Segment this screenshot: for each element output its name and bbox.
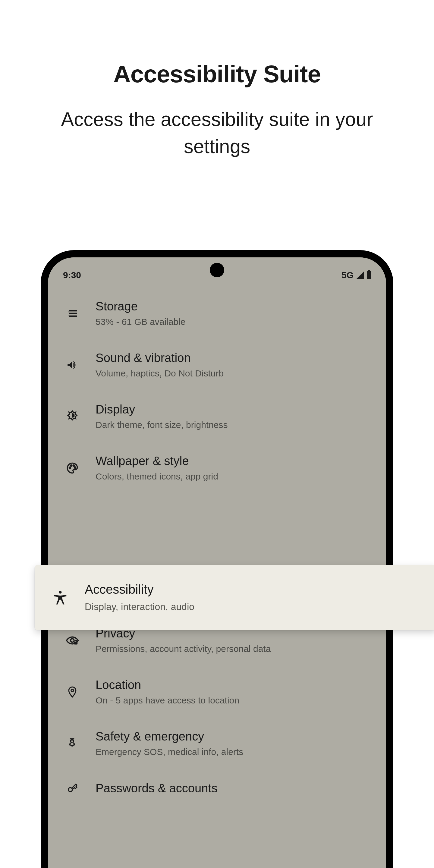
phone-frame: 9:30 5G Storage 53% - 61 GB available <box>41 250 393 868</box>
svg-rect-3 <box>68 310 69 311</box>
settings-item-passwords[interactable]: Passwords & accounts <box>48 769 386 796</box>
safety-icon <box>65 736 80 751</box>
settings-item-sub: Permissions, account activity, personal … <box>96 643 371 655</box>
settings-item-title: Sound & vibration <box>96 350 371 365</box>
accessibility-icon <box>52 589 69 607</box>
sound-icon <box>65 358 80 373</box>
svg-point-16 <box>68 787 72 792</box>
svg-rect-14 <box>74 641 78 644</box>
settings-item-sub: On - 5 apps have access to location <box>96 694 371 706</box>
settings-item-title: Wallpaper & style <box>96 454 371 468</box>
svg-point-15 <box>71 689 73 691</box>
settings-item-sub: 53% - 61 GB available <box>96 316 371 328</box>
key-icon <box>65 781 80 796</box>
phone-screen: 9:30 5G Storage 53% - 61 GB available <box>48 257 386 868</box>
svg-point-8 <box>70 465 72 466</box>
settings-item-title: Safety & emergency <box>96 729 371 744</box>
display-icon <box>65 409 80 424</box>
battery-icon <box>367 271 371 279</box>
settings-item-title: Passwords & accounts <box>96 781 371 795</box>
settings-list: Storage 53% - 61 GB available Sound & vi… <box>48 284 386 796</box>
settings-item-sub: Dark theme, font size, brightness <box>96 419 371 431</box>
settings-item-location[interactable]: Location On - 5 apps have access to loca… <box>48 666 386 718</box>
settings-item-safety[interactable]: Safety & emergency Emergency SOS, medica… <box>48 718 386 769</box>
settings-item-storage[interactable]: Storage 53% - 61 GB available <box>48 287 386 339</box>
settings-item-sub: Emergency SOS, medical info, alerts <box>96 746 371 758</box>
signal-icon <box>356 272 364 279</box>
settings-item-accessibility-highlight[interactable]: Accessibility Display, interaction, audi… <box>35 565 434 630</box>
svg-point-9 <box>73 465 74 466</box>
settings-item-sub: Colors, themed icons, app grid <box>96 470 371 482</box>
svg-point-17 <box>59 591 62 593</box>
page-title: Accessibility Suite <box>0 60 434 88</box>
settings-item-sub: Volume, haptics, Do Not Disturb <box>96 367 371 379</box>
svg-point-7 <box>69 467 70 468</box>
svg-rect-5 <box>68 315 69 317</box>
settings-item-sound[interactable]: Sound & vibration Volume, haptics, Do No… <box>48 339 386 391</box>
palette-icon <box>65 461 80 475</box>
storage-icon <box>65 306 80 321</box>
settings-item-sub: Display, interaction, audio <box>85 601 422 613</box>
status-indicators: 5G <box>341 270 371 280</box>
svg-rect-4 <box>68 313 69 314</box>
accessibility-placeholder <box>48 494 386 563</box>
location-icon <box>65 684 80 700</box>
settings-item-title: Storage <box>96 299 371 313</box>
status-time: 9:30 <box>63 270 81 280</box>
settings-item-title: Display <box>96 402 371 416</box>
settings-item-title: Accessibility <box>85 582 422 597</box>
privacy-icon <box>65 633 80 648</box>
svg-point-13 <box>70 639 74 642</box>
camera-cutout <box>210 263 224 277</box>
settings-item-title: Location <box>96 678 371 692</box>
svg-point-10 <box>74 467 76 468</box>
network-label: 5G <box>341 270 353 280</box>
page-subtitle: Access the accessibility suite in your s… <box>0 106 434 160</box>
settings-item-display[interactable]: Display Dark theme, font size, brightnes… <box>48 391 386 442</box>
settings-item-wallpaper[interactable]: Wallpaper & style Colors, themed icons, … <box>48 442 386 494</box>
